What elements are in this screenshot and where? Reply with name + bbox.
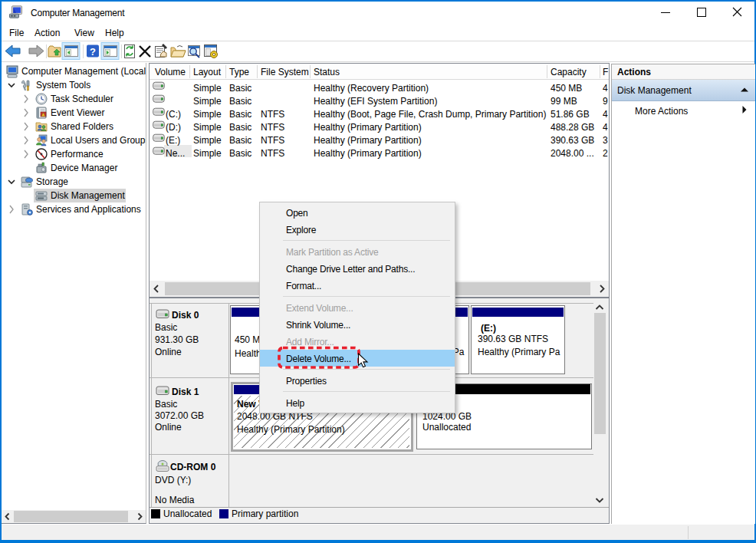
svg-text:?: ? (90, 46, 96, 58)
